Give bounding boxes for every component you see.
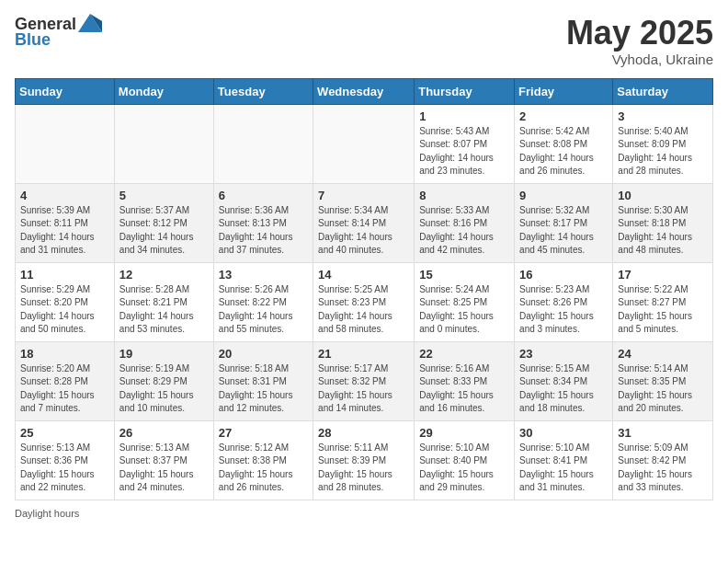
calendar-day-cell: 30Sunrise: 5:10 AM Sunset: 8:41 PM Dayli…	[515, 420, 613, 500]
calendar-day-cell: 6Sunrise: 5:36 AM Sunset: 8:13 PM Daylig…	[213, 183, 313, 262]
calendar-week-row: 11Sunrise: 5:29 AM Sunset: 8:20 PM Dayli…	[16, 262, 713, 341]
day-number: 28	[318, 426, 409, 440]
calendar-day-cell: 14Sunrise: 5:25 AM Sunset: 8:23 PM Dayli…	[313, 262, 415, 341]
calendar-day-cell	[114, 104, 213, 183]
calendar-day-cell: 3Sunrise: 5:40 AM Sunset: 8:09 PM Daylig…	[613, 104, 713, 183]
calendar-day-cell: 31Sunrise: 5:09 AM Sunset: 8:42 PM Dayli…	[613, 420, 713, 500]
day-number: 16	[519, 268, 608, 282]
day-number: 15	[419, 268, 509, 282]
day-number: 7	[318, 189, 409, 202]
day-number: 13	[219, 268, 308, 282]
calendar-day-cell: 16Sunrise: 5:23 AM Sunset: 8:26 PM Dayli…	[515, 262, 613, 341]
calendar-day-cell: 21Sunrise: 5:17 AM Sunset: 8:32 PM Dayli…	[313, 341, 415, 420]
day-info: Sunrise: 5:40 AM Sunset: 8:09 PM Dayligh…	[618, 125, 708, 178]
calendar-day-cell: 27Sunrise: 5:12 AM Sunset: 8:38 PM Dayli…	[213, 420, 313, 500]
day-info: Sunrise: 5:10 AM Sunset: 8:40 PM Dayligh…	[419, 442, 509, 495]
calendar-day-cell: 2Sunrise: 5:42 AM Sunset: 8:08 PM Daylig…	[515, 104, 613, 183]
day-number: 6	[219, 189, 308, 202]
day-number: 10	[618, 189, 708, 202]
day-number: 17	[618, 268, 708, 282]
day-info: Sunrise: 5:16 AM Sunset: 8:33 PM Dayligh…	[419, 362, 509, 416]
day-number: 14	[318, 268, 409, 282]
calendar-day-cell: 15Sunrise: 5:24 AM Sunset: 8:25 PM Dayli…	[415, 262, 515, 341]
day-info: Sunrise: 5:39 AM Sunset: 8:11 PM Dayligh…	[20, 204, 109, 258]
day-number: 30	[519, 426, 608, 440]
day-info: Sunrise: 5:18 AM Sunset: 8:31 PM Dayligh…	[219, 362, 308, 416]
day-info: Sunrise: 5:28 AM Sunset: 8:21 PM Dayligh…	[119, 283, 209, 337]
day-number: 27	[219, 426, 308, 440]
day-number: 1	[419, 109, 509, 123]
calendar-day-cell: 23Sunrise: 5:15 AM Sunset: 8:34 PM Dayli…	[515, 341, 613, 420]
calendar-day-header: Thursday	[415, 78, 515, 104]
day-info: Sunrise: 5:29 AM Sunset: 8:20 PM Dayligh…	[20, 283, 109, 337]
day-info: Sunrise: 5:19 AM Sunset: 8:29 PM Dayligh…	[119, 362, 209, 416]
day-number: 22	[419, 347, 509, 361]
calendar-day-cell: 7Sunrise: 5:34 AM Sunset: 8:14 PM Daylig…	[313, 183, 415, 262]
footer-note: Daylight hours	[15, 508, 713, 519]
day-info: Sunrise: 5:34 AM Sunset: 8:14 PM Dayligh…	[318, 204, 409, 258]
day-info: Sunrise: 5:33 AM Sunset: 8:16 PM Dayligh…	[419, 204, 509, 258]
calendar-day-cell: 17Sunrise: 5:22 AM Sunset: 8:27 PM Dayli…	[613, 262, 713, 341]
day-number: 9	[519, 189, 608, 202]
calendar-table: SundayMondayTuesdayWednesdayThursdayFrid…	[15, 78, 713, 500]
day-info: Sunrise: 5:10 AM Sunset: 8:41 PM Dayligh…	[519, 442, 608, 495]
calendar-week-row: 4Sunrise: 5:39 AM Sunset: 8:11 PM Daylig…	[16, 183, 713, 262]
day-info: Sunrise: 5:20 AM Sunset: 8:28 PM Dayligh…	[20, 362, 109, 416]
day-number: 8	[419, 189, 509, 202]
day-number: 5	[119, 189, 209, 202]
day-number: 18	[20, 347, 109, 361]
day-info: Sunrise: 5:14 AM Sunset: 8:35 PM Dayligh…	[618, 362, 708, 416]
day-info: Sunrise: 5:36 AM Sunset: 8:13 PM Dayligh…	[219, 204, 308, 258]
day-info: Sunrise: 5:22 AM Sunset: 8:27 PM Dayligh…	[618, 283, 708, 337]
day-number: 24	[618, 347, 708, 361]
day-info: Sunrise: 5:32 AM Sunset: 8:17 PM Dayligh…	[519, 204, 608, 258]
day-info: Sunrise: 5:37 AM Sunset: 8:12 PM Dayligh…	[119, 204, 209, 258]
day-number: 25	[20, 426, 109, 440]
day-info: Sunrise: 5:13 AM Sunset: 8:37 PM Dayligh…	[119, 442, 209, 495]
day-number: 20	[219, 347, 308, 361]
calendar-header-row: SundayMondayTuesdayWednesdayThursdayFrid…	[16, 78, 713, 104]
day-info: Sunrise: 5:26 AM Sunset: 8:22 PM Dayligh…	[219, 283, 308, 337]
calendar-day-cell	[313, 104, 415, 183]
day-info: Sunrise: 5:43 AM Sunset: 8:07 PM Dayligh…	[419, 125, 509, 178]
day-info: Sunrise: 5:15 AM Sunset: 8:34 PM Dayligh…	[519, 362, 608, 416]
title-month: May 2025	[566, 15, 713, 52]
day-info: Sunrise: 5:11 AM Sunset: 8:39 PM Dayligh…	[318, 442, 409, 495]
day-info: Sunrise: 5:42 AM Sunset: 8:08 PM Dayligh…	[519, 125, 608, 178]
calendar-day-cell: 13Sunrise: 5:26 AM Sunset: 8:22 PM Dayli…	[213, 262, 313, 341]
calendar-day-cell: 26Sunrise: 5:13 AM Sunset: 8:37 PM Dayli…	[114, 420, 213, 500]
day-info: Sunrise: 5:13 AM Sunset: 8:36 PM Dayligh…	[20, 442, 109, 495]
title-block: May 2025 Vyhoda, Ukraine	[566, 15, 713, 67]
calendar-day-cell: 29Sunrise: 5:10 AM Sunset: 8:40 PM Dayli…	[415, 420, 515, 500]
day-info: Sunrise: 5:25 AM Sunset: 8:23 PM Dayligh…	[318, 283, 409, 337]
day-info: Sunrise: 5:17 AM Sunset: 8:32 PM Dayligh…	[318, 362, 409, 416]
calendar-day-cell: 1Sunrise: 5:43 AM Sunset: 8:07 PM Daylig…	[415, 104, 515, 183]
calendar-day-cell	[16, 104, 115, 183]
day-number: 2	[519, 109, 608, 123]
day-info: Sunrise: 5:30 AM Sunset: 8:18 PM Dayligh…	[618, 204, 708, 258]
day-info: Sunrise: 5:12 AM Sunset: 8:38 PM Dayligh…	[219, 442, 308, 495]
calendar-day-cell: 4Sunrise: 5:39 AM Sunset: 8:11 PM Daylig…	[16, 183, 115, 262]
logo-blue-text: Blue	[15, 30, 51, 50]
calendar-day-cell: 5Sunrise: 5:37 AM Sunset: 8:12 PM Daylig…	[114, 183, 213, 262]
calendar-week-row: 1Sunrise: 5:43 AM Sunset: 8:07 PM Daylig…	[16, 104, 713, 183]
title-location: Vyhoda, Ukraine	[566, 52, 713, 67]
day-number: 19	[119, 347, 209, 361]
day-info: Sunrise: 5:24 AM Sunset: 8:25 PM Dayligh…	[419, 283, 509, 337]
day-number: 31	[618, 426, 708, 440]
calendar-day-header: Monday	[114, 78, 213, 104]
day-number: 12	[119, 268, 209, 282]
calendar-day-cell: 22Sunrise: 5:16 AM Sunset: 8:33 PM Dayli…	[415, 341, 515, 420]
day-number: 11	[20, 268, 109, 282]
calendar-day-cell: 25Sunrise: 5:13 AM Sunset: 8:36 PM Dayli…	[16, 420, 115, 500]
day-number: 3	[618, 109, 708, 123]
calendar-day-cell: 9Sunrise: 5:32 AM Sunset: 8:17 PM Daylig…	[515, 183, 613, 262]
day-number: 4	[20, 189, 109, 202]
day-number: 29	[419, 426, 509, 440]
calendar-day-header: Saturday	[613, 78, 713, 104]
day-info: Sunrise: 5:23 AM Sunset: 8:26 PM Dayligh…	[519, 283, 608, 337]
day-info: Sunrise: 5:09 AM Sunset: 8:42 PM Dayligh…	[618, 442, 708, 495]
calendar-day-cell: 18Sunrise: 5:20 AM Sunset: 8:28 PM Dayli…	[16, 341, 115, 420]
page-header: General Blue May 2025 Vyhoda, Ukraine	[15, 15, 713, 67]
logo: General Blue	[15, 15, 102, 50]
